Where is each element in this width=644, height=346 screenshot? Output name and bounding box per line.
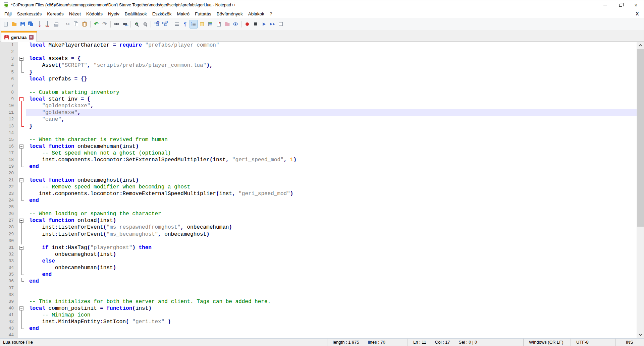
close-all-icon[interactable]: ×× [44,20,52,28]
zoom-in-icon[interactable]: + [132,20,141,28]
save-all-icon[interactable] [27,20,35,28]
code-text[interactable]: end [26,325,637,332]
code-text[interactable]: end [26,197,637,204]
macro-save-icon[interactable] [277,20,285,28]
fold-margin-marker[interactable] [18,96,26,103]
code-text[interactable]: inst.components.locomotor:SetExternalSpe… [26,157,637,163]
code-line[interactable]: 31 if inst:HasTag("playerghost") then [0,244,637,251]
menu-item-fajl[interactable]: Fájl [2,10,14,17]
fold-margin-marker[interactable] [18,143,26,150]
code-line[interactable]: 24end [0,197,637,204]
print-icon[interactable] [52,20,60,28]
macro-play-icon[interactable] [260,20,268,28]
code-text[interactable] [26,238,637,244]
show-all-characters-icon[interactable]: ¶ [181,20,189,28]
code-text[interactable]: local MakePlayerCharacter = require "pre… [26,42,637,49]
code-text[interactable]: inst:ListenForEvent("ms_respawnedfromgho… [26,224,637,231]
code-line[interactable]: 39-- This initializes for both the serve… [0,298,637,305]
code-line[interactable]: 20 [0,170,637,177]
undo-icon[interactable]: ↶ [92,20,100,28]
code-line[interactable]: 9local start_inv = { [0,96,637,103]
code-line[interactable]: 25 [0,204,637,211]
code-text[interactable]: -- Minimap icon [26,312,637,319]
code-line[interactable]: 30 [0,238,637,244]
code-text[interactable]: -- Remove speed modifier when becoming a… [26,184,637,190]
fold-margin-marker[interactable] [18,305,26,312]
code-text[interactable]: local function onbecamehuman(inst) [26,143,637,150]
menu-item-ablakok[interactable]: Ablakok [246,10,267,17]
code-line[interactable]: 3local assets = { [0,55,637,62]
code-text[interactable] [26,204,637,211]
code-line[interactable]: 29 inst:ListenForEvent("ms_becameghost",… [0,231,637,238]
code-line[interactable]: 44 [0,332,637,338]
code-text[interactable] [26,285,637,292]
code-line[interactable]: 38 [0,292,637,298]
code-line[interactable]: 14 [0,130,637,136]
redo-icon[interactable]: ↷ [101,20,109,28]
tab-geri-lua[interactable]: geri.lua ✕ [1,31,37,42]
code-line[interactable]: 27local function onload(inst) [0,217,637,224]
tab-close-icon[interactable]: ✕ [29,35,34,40]
code-line[interactable]: 23 inst.components.locomotor:RemoveExter… [0,190,637,197]
sync-horizontal-icon[interactable]: ⇄ [161,20,169,28]
code-line[interactable]: 10 "goldenpickaxe", [0,103,637,109]
code-line[interactable]: 2 [0,49,637,55]
sync-vertical-icon[interactable]: ⇅ [153,20,161,28]
folder-as-workspace-icon[interactable] [223,20,231,28]
fold-margin-marker[interactable] [18,55,26,62]
code-line[interactable]: 34 onbecamehuman(inst) [0,265,637,271]
indent-guide-icon[interactable] [190,20,198,28]
code-text[interactable]: local function onload(inst) [26,217,637,224]
code-line[interactable]: 19end [0,163,637,170]
replace-icon[interactable]: ab [121,20,129,28]
close-button[interactable]: × [628,0,644,10]
scrollbar-down-button[interactable] [637,331,644,338]
menu-item-makro[interactable]: Makró [174,10,193,17]
code-text[interactable]: inst.components.locomotor:RemoveExternal… [26,190,637,197]
macro-run-multiple-icon[interactable] [268,20,276,28]
code-text[interactable]: local start_inv = { [26,96,637,103]
fold-margin-marker[interactable] [18,244,26,251]
code-text[interactable]: end [26,163,637,170]
code-line[interactable]: 35 end [0,271,637,278]
code-line[interactable]: 28 inst:ListenForEvent("ms_respawnedfrom… [0,224,637,231]
code-text[interactable]: "cane", [26,116,637,123]
code-text[interactable]: -- Set speed when not a ghost (optional) [26,150,637,157]
code-line[interactable]: 11 "goldenaxe", [0,109,637,116]
code-text[interactable]: Asset("SCRIPT", "scripts/prefabs/player_… [26,62,637,69]
code-line[interactable]: 36end [0,278,637,285]
code-line[interactable]: 15-- When the character is revived from … [0,136,637,143]
code-text[interactable]: end [26,271,637,278]
code-text[interactable]: "goldenpickaxe", [26,103,637,109]
code-line[interactable]: 42 inst.MiniMapEntity:SetIcon( "geri.tex… [0,319,637,325]
code-text[interactable]: local common_postinit = function(inst) [26,305,637,312]
monitor-icon[interactable] [231,20,239,28]
code-text[interactable] [26,82,637,89]
code-text[interactable] [26,49,637,55]
code-text[interactable]: onbecamehuman(inst) [26,265,637,271]
code-line[interactable]: 21local function onbecameghost(inst) [0,177,637,184]
code-text[interactable]: -- When loading or spawning the characte… [26,211,637,217]
scrollbar-up-button[interactable] [637,42,644,49]
code-line[interactable]: 8-- Custom starting inventory [0,89,637,96]
macro-stop-icon[interactable] [252,20,260,28]
code-text[interactable]: local assets = { [26,55,637,62]
code-text[interactable]: -- When the character is revived from hu… [26,136,637,143]
restore-button[interactable] [613,0,628,10]
code-line[interactable]: 7 [0,82,637,89]
menu-item-nezet[interactable]: Nézet [66,10,84,17]
code-text[interactable] [26,292,637,298]
code-line[interactable]: 17 -- Set speed when not a ghost (option… [0,150,637,157]
code-text[interactable]: inst:ListenForEvent("ms_becameghost", on… [26,231,637,238]
vertical-scrollbar[interactable] [637,42,644,338]
menu-item-kereses[interactable]: Keresés [44,10,66,17]
code-line[interactable]: 5} [0,69,637,76]
find-icon[interactable] [112,20,120,28]
code-text[interactable]: else [26,258,637,265]
menu-item-szerkesztes[interactable]: Szerkesztés [14,10,45,17]
menu-item-beallitasok[interactable]: Beállítások [122,10,150,17]
fold-margin-marker[interactable] [18,177,26,184]
document-map-icon[interactable] [206,20,214,28]
paste-icon[interactable] [80,20,89,28]
code-text[interactable]: -- Custom starting inventory [26,89,637,96]
